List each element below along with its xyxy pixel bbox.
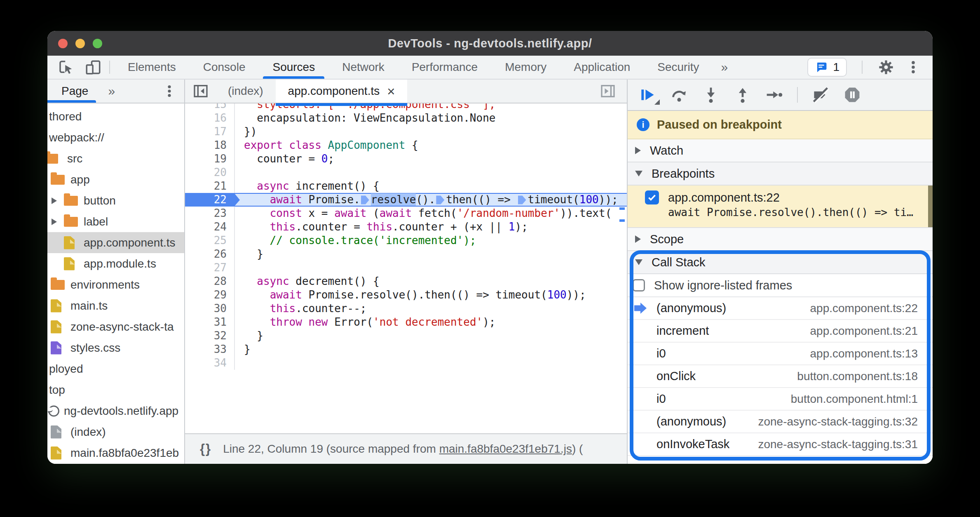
line-number[interactable]: 23 <box>185 207 235 220</box>
tree-item-app.module.ts[interactable]: app.module.ts <box>47 253 184 274</box>
line-number[interactable]: 30 <box>185 302 235 315</box>
tree-item-styles.css[interactable]: styles.css <box>47 337 184 358</box>
line-number[interactable]: 33 <box>185 343 235 356</box>
line-number[interactable]: 29 <box>185 288 235 302</box>
step-button[interactable] <box>765 86 783 104</box>
line-number[interactable]: 24 <box>185 220 235 234</box>
frame-source-location[interactable]: app.component.ts:22 <box>810 302 918 315</box>
minimize-window-button[interactable] <box>75 39 85 48</box>
zoom-window-button[interactable] <box>93 39 102 48</box>
section-breakpoints[interactable]: Breakpoints <box>628 162 933 186</box>
tree-item--index-[interactable]: (index) <box>47 421 184 442</box>
line-number[interactable]: 20 <box>185 166 235 179</box>
tab-sources[interactable]: Sources <box>259 56 328 79</box>
tree-item-zone-async-stack-ta[interactable]: zone-async-stack-ta <box>47 316 184 337</box>
tree-item-thored[interactable]: thored <box>47 106 184 127</box>
tab-console[interactable]: Console <box>190 56 259 79</box>
section-scope[interactable]: Scope <box>628 228 933 251</box>
kebab-menu-icon[interactable] <box>905 59 921 75</box>
tree-item-app[interactable]: app <box>47 169 184 190</box>
tree-item-main.ts[interactable]: main.ts <box>47 295 184 316</box>
show-ignore-listed-frames-row[interactable]: Show ignore-listed frames <box>628 274 933 297</box>
frame-source-location[interactable]: app.component.ts:13 <box>810 347 918 360</box>
tab-security[interactable]: Security <box>644 56 713 79</box>
line-number[interactable]: 34 <box>185 356 235 370</box>
close-tab-icon[interactable]: × <box>387 85 395 98</box>
panel-scrollbar-thumb[interactable] <box>928 186 933 227</box>
breakpoint-checkbox[interactable] <box>645 190 659 204</box>
callstack-frame-onClick[interactable]: onClickbutton.component.ts:18 <box>628 365 933 388</box>
tree-item-main.fa8bfa0e23f1eb[interactable]: main.fa8bfa0e23f1eb <box>47 442 184 463</box>
pause-on-exceptions-button[interactable] <box>843 86 861 104</box>
step-into-button[interactable] <box>702 86 720 104</box>
navigator-kebab-menu-icon[interactable] <box>162 84 177 99</box>
tab-network[interactable]: Network <box>328 56 398 79</box>
step-over-button[interactable] <box>670 86 688 104</box>
editor-tab-app-component[interactable]: app.component.ts × <box>276 80 408 103</box>
callstack-frame--anonymous-[interactable]: (anonymous)zone-async-stack-tagging.ts:3… <box>628 411 933 433</box>
tree-item-label[interactable]: label <box>47 211 184 232</box>
expand-arrow-icon[interactable] <box>52 219 57 225</box>
breakpoint-entry[interactable]: app.component.ts:22 await Promise.resolv… <box>628 186 933 228</box>
device-toolbar-icon[interactable] <box>84 59 102 76</box>
frame-source-location[interactable]: zone-async-stack-tagging.ts:32 <box>758 415 918 428</box>
section-watch[interactable]: Watch <box>628 139 933 162</box>
issues-badge-button[interactable]: 1 <box>807 58 847 77</box>
show-debugger-panel-icon[interactable] <box>600 80 627 103</box>
deactivate-breakpoints-button[interactable] <box>811 86 830 104</box>
resume-script-button[interactable] <box>638 86 656 104</box>
step-out-button[interactable] <box>734 86 752 104</box>
line-number[interactable]: 18 <box>185 139 235 152</box>
inspect-element-icon[interactable] <box>57 59 75 76</box>
collapse-navigator-icon[interactable] <box>185 80 216 103</box>
settings-gear-icon[interactable] <box>877 59 895 76</box>
tab-application[interactable]: Application <box>560 56 644 79</box>
more-navigator-tabs-button[interactable]: » <box>88 84 115 98</box>
frame-source-location[interactable]: button.component.ts:18 <box>797 370 918 383</box>
frame-source-location[interactable]: app.component.ts:21 <box>810 324 918 338</box>
callstack-frame-onInvokeTask[interactable]: onInvokeTaskzone-async-stack-tagging.ts:… <box>628 433 933 456</box>
tree-item-app.component.ts[interactable]: app.component.ts <box>47 232 184 253</box>
line-number[interactable]: 32 <box>185 329 235 343</box>
breakpoint-line-number[interactable]: 22 <box>185 193 235 207</box>
frame-source-location[interactable]: button.component.html:1 <box>791 392 918 406</box>
callstack-frame--anonymous-[interactable]: (anonymous)app.component.ts:22 <box>628 297 933 320</box>
tree-item-button[interactable]: button <box>47 190 184 211</box>
tree-item-ployed[interactable]: ployed <box>47 358 184 379</box>
section-call-stack[interactable]: Call Stack <box>628 251 933 274</box>
line-number[interactable]: 31 <box>185 315 235 329</box>
tab-performance[interactable]: Performance <box>398 56 491 79</box>
callstack-frame-i0[interactable]: i0app.component.ts:13 <box>628 343 933 365</box>
code-editor[interactable]: 15 styleUrls: [ './app.component.css' ],… <box>185 103 627 433</box>
line-number[interactable]: 25 <box>185 234 235 247</box>
expand-arrow-icon[interactable] <box>52 197 57 204</box>
line-number[interactable]: 26 <box>185 247 235 261</box>
tree-item-environments[interactable]: environments <box>47 274 184 295</box>
editor-tab-index[interactable]: (index) <box>216 80 276 103</box>
frame-source-location[interactable]: zone-async-stack-tagging.ts:31 <box>758 438 918 451</box>
async-step-marker-icon[interactable] <box>361 195 369 205</box>
tree-item-webpack-[interactable]: webpack:// <box>47 127 184 148</box>
tab-page[interactable]: Page <box>47 85 88 98</box>
async-step-marker-icon[interactable] <box>518 195 526 205</box>
line-number[interactable]: 28 <box>185 275 235 288</box>
line-number[interactable]: 27 <box>185 261 235 275</box>
tree-item-src[interactable]: src <box>47 148 184 169</box>
source-map-link[interactable]: main.fa8bfa0e23f1eb71.js <box>439 442 572 455</box>
pretty-print-icon[interactable]: {} <box>200 442 211 456</box>
async-step-marker-icon[interactable] <box>436 195 444 205</box>
line-number[interactable]: 17 <box>185 125 235 139</box>
line-number[interactable]: 16 <box>185 111 235 125</box>
line-number[interactable]: 21 <box>185 179 235 193</box>
tree-item-top[interactable]: top <box>47 379 184 400</box>
more-panels-button[interactable]: » <box>713 56 736 79</box>
callstack-frame-increment[interactable]: incrementapp.component.ts:21 <box>628 320 933 343</box>
line-number[interactable]: 15 <box>185 103 235 111</box>
tree-item-ng-devtools.netlify.app[interactable]: ng-devtools.netlify.app <box>47 400 184 421</box>
tab-elements[interactable]: Elements <box>114 56 190 79</box>
ignore-listed-checkbox[interactable] <box>633 279 645 291</box>
line-number[interactable]: 19 <box>185 152 235 166</box>
tab-memory[interactable]: Memory <box>491 56 560 79</box>
callstack-frame-i0[interactable]: i0button.component.html:1 <box>628 388 933 411</box>
close-window-button[interactable] <box>58 39 68 48</box>
